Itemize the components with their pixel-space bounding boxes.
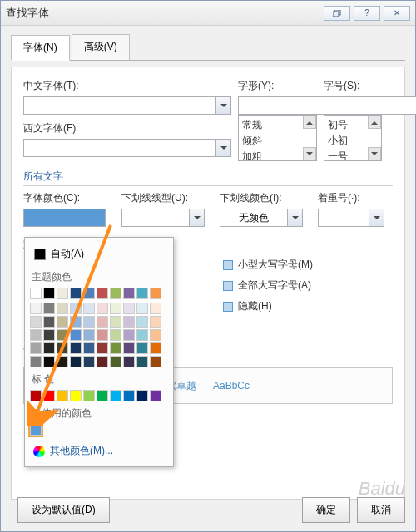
color-swatch[interactable] bbox=[110, 390, 121, 401]
color-swatch[interactable] bbox=[123, 303, 135, 314]
color-swatch[interactable] bbox=[70, 390, 82, 401]
color-swatch[interactable] bbox=[110, 342, 121, 354]
western-font-combo[interactable] bbox=[23, 139, 231, 157]
color-swatch[interactable] bbox=[57, 303, 68, 314]
color-swatch[interactable] bbox=[83, 329, 95, 341]
color-swatch[interactable] bbox=[83, 288, 95, 299]
color-swatch[interactable] bbox=[136, 329, 148, 341]
hidden-checkbox[interactable]: 隐藏(H) bbox=[223, 299, 393, 313]
color-swatch[interactable] bbox=[97, 342, 108, 354]
color-swatch[interactable] bbox=[123, 342, 135, 354]
ok-button[interactable]: 确定 bbox=[302, 497, 350, 523]
color-swatch[interactable] bbox=[97, 303, 108, 314]
color-swatch[interactable] bbox=[83, 356, 95, 367]
color-swatch[interactable] bbox=[136, 288, 148, 299]
color-swatch[interactable] bbox=[30, 390, 42, 401]
color-swatch[interactable] bbox=[97, 316, 108, 328]
color-swatch[interactable] bbox=[150, 356, 161, 367]
color-swatch[interactable] bbox=[150, 390, 161, 401]
color-swatch[interactable] bbox=[70, 329, 82, 341]
chinese-font-dropdown[interactable] bbox=[216, 96, 231, 115]
color-swatch[interactable] bbox=[97, 288, 108, 299]
color-swatch[interactable] bbox=[30, 329, 42, 341]
color-swatch[interactable] bbox=[123, 390, 135, 401]
color-swatch[interactable] bbox=[43, 390, 55, 401]
color-swatch[interactable] bbox=[43, 288, 55, 299]
tab-advanced[interactable]: 高级(V) bbox=[72, 34, 130, 60]
color-swatch[interactable] bbox=[150, 303, 161, 314]
cancel-button[interactable]: 取消 bbox=[357, 497, 405, 523]
western-font-dropdown[interactable] bbox=[216, 139, 231, 157]
small-caps-checkbox[interactable]: 小型大写字母(M) bbox=[223, 258, 393, 272]
color-swatch[interactable] bbox=[110, 303, 121, 314]
color-swatch[interactable] bbox=[43, 316, 55, 328]
chinese-font-input[interactable] bbox=[23, 96, 216, 115]
color-swatch[interactable] bbox=[57, 329, 68, 341]
color-swatch[interactable] bbox=[83, 316, 95, 328]
color-swatch[interactable] bbox=[83, 390, 95, 401]
color-swatch[interactable] bbox=[110, 316, 121, 328]
style-listbox[interactable]: 常规 倾斜 加粗 bbox=[238, 115, 317, 161]
color-swatch[interactable] bbox=[30, 316, 42, 328]
color-swatch[interactable] bbox=[110, 288, 121, 299]
color-swatch[interactable] bbox=[110, 356, 121, 367]
color-swatch[interactable] bbox=[83, 342, 95, 354]
color-swatch[interactable] bbox=[57, 390, 68, 401]
color-swatch[interactable] bbox=[70, 316, 82, 328]
color-swatch[interactable] bbox=[136, 390, 148, 401]
color-swatch[interactable] bbox=[70, 303, 82, 314]
underline-style-dropdown[interactable] bbox=[190, 209, 205, 227]
scroll-down-icon[interactable] bbox=[368, 147, 381, 160]
color-swatch[interactable] bbox=[123, 356, 135, 367]
color-swatch[interactable] bbox=[83, 303, 95, 314]
size-listbox[interactable]: 初号 小初 一号 bbox=[324, 115, 382, 161]
restore-button[interactable] bbox=[324, 6, 350, 21]
color-swatch[interactable] bbox=[30, 303, 42, 314]
close-button[interactable]: ✕ bbox=[384, 6, 410, 21]
color-swatch[interactable] bbox=[30, 342, 42, 354]
color-swatch[interactable] bbox=[57, 316, 68, 328]
scroll-up-icon[interactable] bbox=[368, 116, 381, 129]
auto-color-row[interactable]: 自动(A) bbox=[30, 243, 168, 265]
tab-font[interactable]: 字体(N) bbox=[11, 35, 70, 61]
emphasis-combo[interactable] bbox=[318, 209, 384, 227]
color-swatch[interactable] bbox=[30, 424, 42, 436]
scroll-down-icon[interactable] bbox=[303, 147, 316, 160]
color-swatch[interactable] bbox=[43, 303, 55, 314]
color-swatch[interactable] bbox=[150, 316, 161, 328]
underline-color-combo[interactable]: 无颜色 bbox=[220, 209, 303, 227]
color-swatch[interactable] bbox=[150, 342, 161, 354]
color-swatch[interactable] bbox=[57, 342, 68, 354]
color-swatch[interactable] bbox=[150, 288, 161, 299]
color-swatch[interactable] bbox=[150, 329, 161, 341]
color-swatch[interactable] bbox=[70, 356, 82, 367]
color-swatch[interactable] bbox=[43, 342, 55, 354]
size-input[interactable] bbox=[324, 96, 416, 115]
western-font-input[interactable] bbox=[23, 139, 216, 157]
color-swatch[interactable] bbox=[136, 342, 148, 354]
color-swatch[interactable] bbox=[70, 342, 82, 354]
color-swatch[interactable] bbox=[97, 390, 108, 401]
color-swatch[interactable] bbox=[123, 288, 135, 299]
color-swatch[interactable] bbox=[70, 288, 82, 299]
font-color-combo[interactable] bbox=[23, 209, 106, 227]
scroll-up-icon[interactable] bbox=[303, 116, 316, 129]
color-swatch[interactable] bbox=[30, 356, 42, 367]
chinese-font-combo[interactable] bbox=[23, 96, 231, 115]
underline-style-combo[interactable] bbox=[121, 209, 205, 227]
color-swatch[interactable] bbox=[136, 356, 148, 367]
color-swatch[interactable] bbox=[136, 303, 148, 314]
color-swatch[interactable] bbox=[97, 356, 108, 367]
color-swatch[interactable] bbox=[43, 356, 55, 367]
more-colors-button[interactable]: 其他颜色(M)... bbox=[30, 441, 168, 461]
color-swatch[interactable] bbox=[110, 329, 121, 341]
color-swatch[interactable] bbox=[136, 316, 148, 328]
color-swatch[interactable] bbox=[123, 316, 135, 328]
all-caps-checkbox[interactable]: 全部大写字母(A) bbox=[223, 278, 393, 293]
color-swatch[interactable] bbox=[30, 288, 42, 299]
color-swatch[interactable] bbox=[97, 329, 108, 341]
color-swatch[interactable] bbox=[123, 329, 135, 341]
set-default-button[interactable]: 设为默认值(D) bbox=[17, 497, 110, 523]
color-swatch[interactable] bbox=[57, 356, 68, 367]
color-swatch[interactable] bbox=[43, 329, 55, 341]
